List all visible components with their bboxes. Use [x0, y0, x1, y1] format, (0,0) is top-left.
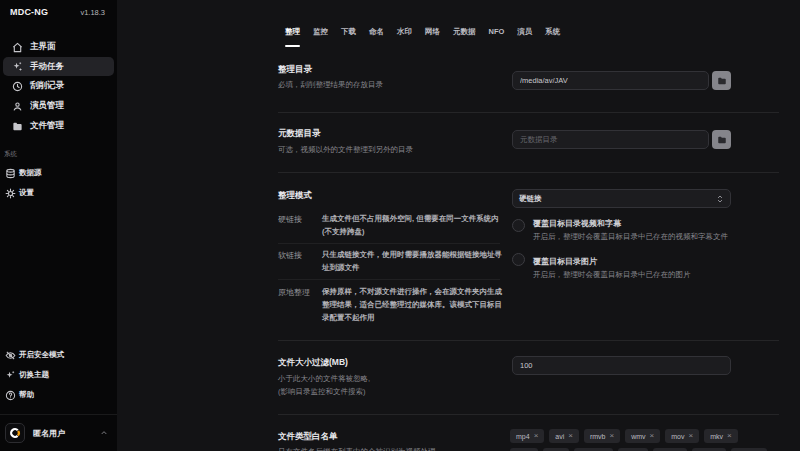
chip-label: mov	[671, 433, 684, 440]
chip-rmvb[interactable]: rmvb×	[584, 429, 620, 443]
folder-icon	[717, 76, 727, 86]
sparkles-icon	[11, 61, 23, 73]
type-whitelist-label: 文件类型白名单	[278, 431, 338, 443]
mode-definition-symlink: 只生成链接文件，使用时需要播放器能根据链接地址寻址到源文件	[322, 248, 504, 274]
settings-tabs: 整理 监控 下载 命名 水印 网络 元数据 NFO 演员 系统	[285, 27, 560, 37]
sidebar-item-label: 刮削记录	[30, 80, 64, 92]
tab-actor[interactable]: 演员	[517, 27, 532, 37]
size-filter-label: 文件大小过滤(MB)	[278, 357, 348, 369]
tab-naming[interactable]: 命名	[369, 27, 384, 37]
gear-icon	[4, 187, 16, 199]
tab-network[interactable]: 网络	[425, 27, 440, 37]
close-icon[interactable]: ×	[609, 432, 614, 440]
sidebar-item-data-source[interactable]: 数据源	[0, 163, 117, 183]
sidebar-item-manual-task[interactable]: 手动任务	[3, 57, 114, 76]
organize-dir-input[interactable]	[512, 71, 709, 90]
eye-off-icon	[4, 349, 16, 361]
organize-mode-select[interactable]: 硬链接	[512, 189, 731, 208]
overwrite-video-subtitle-label: 覆盖目标目录视频和字幕	[533, 218, 621, 229]
sidebar-system-nav: 数据源 设置	[0, 163, 117, 203]
organize-mode-selected-value: 硬链接	[519, 194, 542, 204]
sidebar-item-scrape-history[interactable]: 刮削记录	[0, 76, 117, 96]
user-name: 匿名用户	[33, 428, 65, 439]
close-icon[interactable]: ×	[727, 432, 732, 440]
divider	[278, 414, 779, 415]
chip-label: rmvb	[590, 433, 606, 440]
chip-label: mp4	[516, 433, 530, 440]
sidebar-item-label: 文件管理	[30, 120, 64, 132]
overwrite-images-toggle[interactable]	[512, 253, 525, 266]
user-menu[interactable]: 匿名用户	[0, 414, 117, 451]
mode-term-inplace: 原地整理	[278, 287, 310, 298]
type-whitelist-chips-row1: mp4× avi× rmvb× wmv× mov× mkv×	[510, 429, 738, 443]
person-icon	[11, 100, 23, 112]
close-icon[interactable]: ×	[568, 432, 573, 440]
overwrite-video-subtitle-toggle[interactable]	[512, 219, 525, 232]
metadata-dir-browse-button[interactable]	[712, 130, 731, 149]
sidebar-footer-nav: 开启安全模式 切换主题 帮助	[0, 345, 117, 405]
close-icon[interactable]: ×	[688, 432, 693, 440]
app-brand: MDC-NG v1.18.3	[10, 7, 105, 17]
organize-dir-label: 整理目录	[278, 64, 312, 76]
mode-definition-hardlink: 生成文件但不占用额外空间, 但需要在同一文件系统内 (不支持跨盘)	[322, 212, 504, 238]
chip-label: avi	[555, 433, 564, 440]
divider	[278, 279, 500, 280]
sidebar-item-help[interactable]: 帮助	[0, 385, 117, 405]
tab-system[interactable]: 系统	[545, 27, 560, 37]
sidebar-item-label: 切换主题	[19, 370, 49, 380]
organize-mode-label: 整理模式	[278, 190, 312, 202]
size-filter-desc-line2: (影响目录监控和文件搜索)	[278, 387, 366, 397]
organize-dir-browse-button[interactable]	[712, 71, 731, 90]
divider	[278, 172, 779, 173]
close-icon[interactable]: ×	[534, 432, 539, 440]
type-whitelist-desc: 只有文件名后缀在列表中的会被识别为视频处理	[278, 447, 436, 451]
chip-wmv[interactable]: wmv×	[625, 429, 660, 443]
overwrite-images-desc: 开启后，整理时会覆盖目标目录中已存在的图片	[533, 270, 691, 280]
chip-label: wmv	[631, 433, 645, 440]
sidebar-item-label: 设置	[19, 188, 34, 198]
organize-dir-desc: 必填，刮削整理结果的存放目录	[278, 80, 383, 90]
sidebar-item-actor-management[interactable]: 演员管理	[0, 96, 117, 116]
folder-icon	[11, 120, 23, 132]
divider	[278, 243, 500, 244]
user-avatar	[5, 423, 25, 443]
overwrite-images-label: 覆盖目标目录图片	[533, 256, 597, 267]
tab-download[interactable]: 下载	[341, 27, 356, 37]
database-icon	[4, 167, 16, 179]
app-version: v1.18.3	[80, 8, 105, 17]
chevron-up-down-icon	[716, 194, 724, 204]
sidebar-item-safe-mode[interactable]: 开启安全模式	[0, 345, 117, 365]
chip-mov[interactable]: mov×	[665, 429, 699, 443]
sidebar-item-label: 开启安全模式	[19, 350, 64, 360]
sidebar-item-file-management[interactable]: 文件管理	[0, 116, 117, 136]
chip-avi[interactable]: avi×	[549, 429, 579, 443]
sidebar-item-label: 演员管理	[30, 100, 64, 112]
chip-label: mkv	[710, 433, 723, 440]
size-filter-desc-line1: 小于此大小的文件将被忽略,	[278, 374, 370, 384]
sidebar-item-switch-theme[interactable]: 切换主题	[0, 365, 117, 385]
mode-term-hardlink: 硬链接	[278, 214, 302, 225]
tab-organize[interactable]: 整理	[285, 27, 300, 37]
mode-term-symlink: 软链接	[278, 250, 302, 261]
chip-mp4[interactable]: mp4×	[510, 429, 544, 443]
mode-definition-inplace: 保持原样，不对源文件进行操作，会在源文件夹内生成整理结果，适合已经整理过的媒体库…	[322, 285, 504, 324]
divider	[278, 340, 779, 341]
sidebar-item-home[interactable]: 主界面	[0, 37, 117, 57]
divider	[278, 112, 779, 113]
metadata-dir-input[interactable]	[512, 130, 709, 149]
folder-icon	[717, 135, 727, 145]
sidebar-item-settings[interactable]: 设置	[0, 183, 117, 203]
sidebar-item-label: 主界面	[30, 41, 56, 53]
metadata-dir-label: 元数据目录	[278, 128, 321, 140]
size-filter-input[interactable]	[512, 356, 731, 375]
tab-metadata[interactable]: 元数据	[453, 27, 476, 37]
sidebar-item-label: 数据源	[19, 168, 42, 178]
close-icon[interactable]: ×	[650, 432, 655, 440]
tab-nfo[interactable]: NFO	[489, 27, 505, 37]
chevron-up-icon	[100, 429, 108, 437]
sparkles-icon	[4, 369, 16, 381]
chip-mkv[interactable]: mkv×	[704, 429, 738, 443]
tab-watermark[interactable]: 水印	[397, 27, 412, 37]
metadata-dir-desc: 可选，视频以外的文件整理到另外的目录	[278, 145, 413, 155]
tab-monitor[interactable]: 监控	[313, 27, 328, 37]
